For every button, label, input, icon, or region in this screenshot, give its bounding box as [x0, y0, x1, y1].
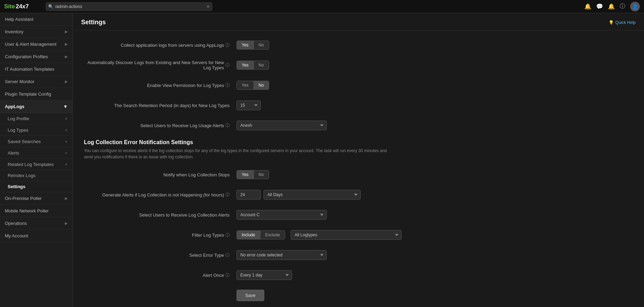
form-row-select-users: Select Users to Receive Log Usage Alerts… — [84, 119, 633, 132]
label-view-permission: Enable View Permission for Log Types ⓘ — [84, 82, 237, 88]
chevron-right-icon: ▶ — [65, 79, 68, 84]
form-row-generate-alerts: Generate Alerts if Log Collection is not… — [84, 188, 633, 201]
content-body: Collect application logs from servers us… — [73, 30, 644, 307]
save-control: Save — [237, 290, 633, 301]
sidebar-item-log-types[interactable]: Log Types + — [0, 124, 72, 136]
no-button[interactable]: No — [254, 61, 269, 69]
label-select-users: Select Users to Receive Log Usage Alerts… — [84, 123, 237, 129]
info-icon[interactable]: ⓘ — [225, 62, 230, 68]
main-content: Settings 💡 Quick Help Collect applicatio… — [73, 13, 644, 307]
sidebar-section-applogs[interactable]: AppLogs ▼ — [0, 100, 72, 113]
no-button[interactable]: No — [254, 170, 269, 179]
sidebar-item-related-log-templates[interactable]: Related Log Templates + — [0, 159, 72, 170]
quick-help-button[interactable]: 💡 Quick Help — [609, 20, 636, 25]
info-icon[interactable]: ⓘ — [225, 252, 230, 258]
log-collection-section: Log Collection Error Notification Settin… — [84, 139, 633, 301]
info-icon[interactable]: ⓘ — [225, 42, 230, 48]
sidebar-item-saved-searches[interactable]: Saved Searches + — [0, 136, 72, 147]
label-select-error-type: Select Error Type ⓘ — [84, 252, 237, 258]
page-title: Settings — [81, 19, 106, 26]
plus-icon[interactable]: + — [65, 139, 68, 144]
control-select-users: Anesh Account C — [237, 121, 633, 130]
search-input[interactable] — [46, 2, 212, 11]
sidebar-item-settings[interactable]: Settings — [0, 181, 72, 192]
control-auto-discover: Yes No — [237, 61, 633, 70]
applogs-label: AppLogs — [5, 104, 24, 109]
include-button[interactable]: Include — [237, 231, 260, 239]
log-types-filter-select[interactable]: All Logtypes — [291, 230, 402, 240]
control-notify-stops: Yes No — [237, 170, 633, 179]
form-row-filter-log-types: Filter Log Types ⓘ Include Exclude All L… — [84, 229, 633, 241]
chevron-right-icon: ▶ — [65, 221, 68, 226]
log-collection-title: Log Collection Error Notification Settin… — [84, 139, 633, 146]
sidebar-item-config-profiles[interactable]: Configuration Profiles ▶ — [0, 51, 72, 63]
control-select-users-collection: Account C Anesh — [237, 210, 633, 220]
info-icon[interactable]: ⓘ — [225, 123, 230, 129]
sidebar: Help Assistant Inventory ▶ User & Alert … — [0, 13, 73, 307]
sidebar-item-my-account[interactable]: My Account — [0, 230, 72, 242]
layout: Help Assistant Inventory ▶ User & Alert … — [0, 13, 644, 307]
sidebar-item-server-monitor[interactable]: Server Monitor ▶ — [0, 76, 72, 88]
users-collection-select[interactable]: Account C Anesh — [237, 210, 327, 220]
form-row-save: Save — [84, 289, 633, 301]
sidebar-item-operations[interactable]: Operations ▶ — [0, 217, 72, 230]
info-icon[interactable]: ⓘ — [225, 232, 230, 238]
form-row-select-error-type: Select Error Type ⓘ No error code select… — [84, 249, 633, 261]
bulb-icon: 💡 — [609, 20, 614, 25]
notification-icon[interactable]: 🔔 — [608, 3, 615, 10]
select-users-select[interactable]: Anesh Account C — [237, 121, 327, 130]
error-type-select[interactable]: No error code selected — [237, 250, 327, 260]
form-row-collect-applogs: Collect application logs from servers us… — [84, 39, 633, 51]
label-generate-alerts: Generate Alerts if Log Collection is not… — [84, 192, 237, 198]
sidebar-item-help-assistant[interactable]: Help Assistant — [0, 13, 72, 26]
yes-button[interactable]: Yes — [237, 81, 254, 89]
info-icon[interactable]: ⓘ — [225, 272, 230, 278]
plus-icon[interactable]: + — [65, 161, 68, 167]
sidebar-item-mobile-network[interactable]: Mobile Network Poller — [0, 205, 72, 217]
sidebar-item-user-alert[interactable]: User & Alert Management ▶ — [0, 38, 72, 51]
yes-button[interactable]: Yes — [237, 61, 254, 69]
yes-button[interactable]: Yes — [237, 41, 254, 49]
sidebar-item-inventory[interactable]: Inventory ▶ — [0, 26, 72, 38]
control-view-permission: Yes No — [237, 81, 633, 90]
sidebar-item-plugin-template[interactable]: Plugin Template Config — [0, 88, 72, 100]
plus-icon[interactable]: + — [65, 116, 68, 121]
info-icon[interactable]: ⓘ — [225, 82, 230, 88]
bell-icon[interactable]: 🔔 — [584, 3, 591, 10]
chat-icon[interactable]: 💬 — [596, 3, 603, 10]
form-row-notify-stops: Notify when Log Collection Stops Yes No — [84, 168, 633, 181]
chevron-right-icon: ▶ — [65, 196, 68, 201]
sidebar-item-reindex-logs[interactable]: ReIndex Logs — [0, 170, 72, 181]
clear-icon[interactable]: ✕ — [206, 4, 210, 9]
topbar: Site24x7 🔍 ✕ 🔔 💬 🔔 ⓘ 👤 — [0, 0, 644, 13]
form-row-alert-once: Alert Once ⓘ Every 1 day Every 2 days Ev… — [84, 269, 633, 281]
yes-button[interactable]: Yes — [237, 170, 254, 179]
chevron-right-icon: ▶ — [65, 42, 68, 46]
log-collection-desc: You can configure to receive alerts if t… — [84, 148, 396, 160]
info-icon[interactable]: ⓘ — [620, 3, 625, 10]
site-logo[interactable]: Site24x7 — [4, 3, 42, 10]
no-button[interactable]: No — [254, 41, 269, 49]
label-search-retention: The Search Retention Period (in days) fo… — [84, 103, 237, 108]
control-generate-alerts: All Days Weekdays Weekends — [237, 190, 633, 200]
sidebar-item-log-profile[interactable]: Log Profile + — [0, 113, 72, 124]
avatar[interactable]: 👤 — [630, 2, 640, 11]
exclude-button[interactable]: Exclude — [260, 231, 285, 239]
save-button[interactable]: Save — [237, 290, 264, 301]
plus-icon[interactable]: + — [65, 127, 68, 133]
plus-icon[interactable]: + — [65, 150, 68, 156]
no-button[interactable]: No — [254, 81, 269, 89]
label-collect-applogs: Collect application logs from servers us… — [84, 42, 237, 48]
sidebar-item-alerts[interactable]: Alerts + — [0, 147, 72, 159]
toggle-collect-applogs: Yes No — [237, 41, 269, 50]
search-retention-select[interactable]: 15 7 30 60 90 — [237, 100, 261, 110]
alert-once-select[interactable]: Every 1 day Every 2 days Every 7 days — [237, 270, 292, 280]
topbar-icons: 🔔 💬 🔔 ⓘ 👤 — [584, 2, 640, 11]
sidebar-item-it-automation[interactable]: IT Automation Templates — [0, 63, 72, 76]
days-select[interactable]: All Days Weekdays Weekends — [264, 190, 361, 200]
hours-input[interactable] — [237, 190, 261, 200]
info-icon[interactable]: ⓘ — [225, 192, 230, 198]
toggle-auto-discover: Yes No — [237, 61, 269, 70]
search-bar: 🔍 ✕ — [46, 2, 212, 11]
sidebar-item-on-premise[interactable]: On-Premise Poller ▶ — [0, 192, 72, 205]
